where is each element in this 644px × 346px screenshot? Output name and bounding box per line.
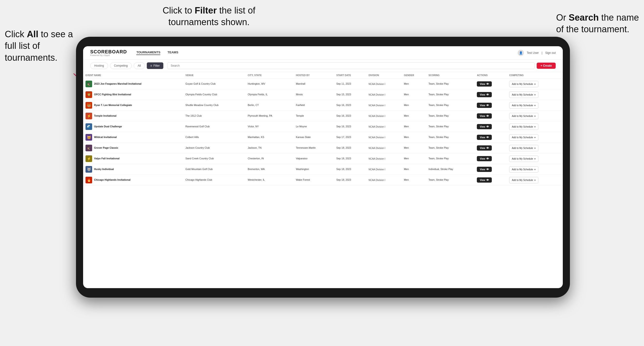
actions-cell: View 👁 xyxy=(474,89,507,100)
view-label: View xyxy=(480,158,485,160)
actions-cell: View 👁 xyxy=(474,175,507,185)
add-to-schedule-button[interactable]: Add to My Schedule + xyxy=(509,156,538,162)
nav-teams[interactable]: TEAMS xyxy=(168,50,178,55)
search-input[interactable] xyxy=(167,62,535,69)
hosted-by-cell: Fairfield xyxy=(294,100,334,111)
competing-cell: Add to My Schedule + xyxy=(507,175,563,185)
nav-links: TOURNAMENTS TEAMS xyxy=(136,50,518,55)
view-button[interactable]: View 👁 xyxy=(477,92,492,97)
view-button[interactable]: View 👁 xyxy=(477,124,492,129)
competing-tab[interactable]: Competing xyxy=(110,62,132,69)
hosted-by-cell: Washington xyxy=(294,164,334,175)
view-label: View xyxy=(480,126,485,128)
scoring-cell: Team, Stroke Play xyxy=(426,175,474,185)
gender-cell: Men xyxy=(402,89,426,100)
pipe-separator: | xyxy=(542,51,542,54)
plus-icon: + xyxy=(534,146,536,150)
view-button[interactable]: View 👁 xyxy=(477,145,492,151)
start-date-cell: Sep 16, 2023 xyxy=(334,121,366,132)
add-to-schedule-label: Add to My Schedule xyxy=(512,147,533,149)
actions-cell: View 👁 xyxy=(474,121,507,132)
view-button[interactable]: View 👁 xyxy=(477,81,492,87)
event-name-cell: 🐺 Husky Individual xyxy=(83,164,183,175)
filter-icon: ≡ xyxy=(150,64,152,67)
add-to-schedule-button[interactable]: Add to My Schedule + xyxy=(509,102,538,109)
competing-cell: Add to My Schedule + xyxy=(507,132,563,143)
signout-link[interactable]: Sign out xyxy=(545,51,556,54)
col-competing: COMPETING xyxy=(507,72,563,79)
team-logo: ⚡ xyxy=(86,113,92,119)
actions-cell: View 👁 xyxy=(474,154,507,164)
add-to-schedule-button[interactable]: Add to My Schedule + xyxy=(509,113,538,119)
venue-cell: Olympia Fields Country Club xyxy=(183,89,246,100)
add-to-schedule-button[interactable]: Add to My Schedule + xyxy=(509,177,538,183)
eye-icon: 👁 xyxy=(486,136,489,139)
venue-cell: The 1912 Club xyxy=(183,111,246,121)
add-to-schedule-button[interactable]: Add to My Schedule + xyxy=(509,81,538,87)
plus-icon: + xyxy=(534,125,536,129)
view-button[interactable]: View 👁 xyxy=(477,113,492,119)
logo-title: SCOREBOARD xyxy=(90,49,127,54)
view-button[interactable]: View 👁 xyxy=(477,167,492,172)
col-gender: GENDER xyxy=(402,72,426,79)
add-to-schedule-label: Add to My Schedule xyxy=(512,93,533,96)
plus-icon: + xyxy=(534,136,536,139)
competing-cell: Add to My Schedule + xyxy=(507,79,563,89)
event-name: Temple Invitational xyxy=(94,114,116,118)
division-cell: NCAA Division I xyxy=(366,143,402,154)
eye-icon: 👁 xyxy=(486,83,489,85)
nav-right: 👤 Test User | Sign out xyxy=(518,50,556,56)
add-to-schedule-button[interactable]: Add to My Schedule + xyxy=(509,134,538,141)
competing-cell: Add to My Schedule + xyxy=(507,143,563,154)
venue-cell: Shuttle Meadow Country Club xyxy=(183,100,246,111)
view-button[interactable]: View 👁 xyxy=(477,156,492,161)
filter-button[interactable]: ≡ Filter xyxy=(147,62,163,69)
add-to-schedule-label: Add to My Schedule xyxy=(512,179,533,181)
col-actions: ACTIONS xyxy=(474,72,507,79)
event-name-cell: 🦅 Grover Page Classic xyxy=(83,143,183,154)
gender-cell: Men xyxy=(402,143,426,154)
division-cell: NCAA Division I xyxy=(366,154,402,164)
event-name-cell: 🔥 Chicago Highlands Invitational xyxy=(83,175,183,185)
scoring-cell: Team, Stroke Play xyxy=(426,132,474,143)
division-cell: NCAA Division I xyxy=(366,175,402,185)
table-container: EVENT NAME VENUE CITY, STATE HOSTED BY S… xyxy=(83,72,563,288)
eye-icon: 👁 xyxy=(486,157,489,160)
user-icon: 👤 xyxy=(518,50,524,56)
add-to-schedule-label: Add to My Schedule xyxy=(512,115,533,117)
table-row: 🌊 Upstate Dual Challenge Ravenwood Golf … xyxy=(83,121,563,132)
actions-cell: View 👁 xyxy=(474,100,507,111)
view-label: View xyxy=(480,136,485,139)
view-button[interactable]: View 👁 xyxy=(477,103,492,108)
actions-cell: View 👁 xyxy=(474,111,507,121)
start-date-cell: Sep 17, 2023 xyxy=(334,132,366,143)
team-logo: 🔥 xyxy=(86,177,92,183)
add-to-schedule-button[interactable]: Add to My Schedule + xyxy=(509,166,538,173)
hosting-tab[interactable]: Hosting xyxy=(90,62,108,69)
city-state-cell: Bremerton, WA xyxy=(245,164,294,175)
start-date-cell: Sep 18, 2023 xyxy=(334,164,366,175)
team-logo: 🦅 xyxy=(86,81,92,87)
eye-icon: 👁 xyxy=(486,125,489,128)
view-button[interactable]: View 👁 xyxy=(477,135,492,140)
all-tab[interactable]: All xyxy=(134,62,145,69)
col-division: DIVISION xyxy=(366,72,402,79)
gender-cell: Men xyxy=(402,154,426,164)
event-name-cell: ⚡ Valpo Fall Invitational xyxy=(83,154,183,164)
table-row: ⚡ Valpo Fall Invitational Sand Creek Cou… xyxy=(83,154,563,164)
gender-cell: Men xyxy=(402,121,426,132)
team-logo: 🐯 xyxy=(86,102,92,109)
city-state-cell: Victor, NY xyxy=(245,121,294,132)
add-to-schedule-button[interactable]: Add to My Schedule + xyxy=(509,124,538,130)
add-to-schedule-button[interactable]: Add to My Schedule + xyxy=(509,145,538,151)
create-button[interactable]: + Create xyxy=(537,63,556,69)
plus-icon: + xyxy=(534,93,536,97)
add-to-schedule-button[interactable]: Add to My Schedule + xyxy=(509,92,538,98)
nav-tournaments[interactable]: TOURNAMENTS xyxy=(136,50,160,55)
event-name: OFCC Fighting Illini Invitational xyxy=(94,93,131,96)
event-name: Wildcat Invitational xyxy=(94,136,117,139)
table-row: 🐱 Wildcat Invitational Colbert Hills Man… xyxy=(83,132,563,143)
table-row: 🐺 Husky Individual Gold Mountain Golf Cl… xyxy=(83,164,563,175)
division-cell: NCAA Division I xyxy=(366,100,402,111)
view-button[interactable]: View 👁 xyxy=(477,177,492,182)
